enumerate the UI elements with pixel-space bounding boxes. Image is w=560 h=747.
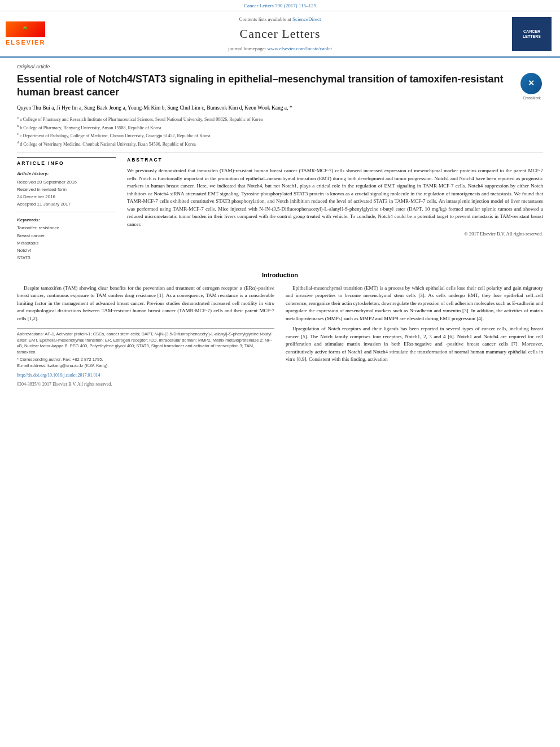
cancer-letters-logo: CANCER LETTERS bbox=[512, 17, 552, 51]
body-two-col: Despite tamoxifen (TAM) showing clear be… bbox=[17, 285, 543, 387]
info-divider bbox=[17, 212, 116, 212]
elsevier-wordmark: ELSEVIER bbox=[6, 38, 45, 47]
corresponding-footnote: * Corresponding author. Fax: +82 2 872 1… bbox=[17, 357, 274, 363]
abbreviations-footnote: Abbreviations: AP-1, Activator protein-1… bbox=[17, 331, 274, 355]
elsevier-logo-area: 🌳 ELSEVIER bbox=[6, 16, 51, 52]
accepted-date: Accepted 11 January 2017 bbox=[17, 201, 116, 207]
homepage-url[interactable]: www.elsevier.com/locate/canlet bbox=[268, 46, 332, 51]
body-left-text: Despite tamoxifen (TAM) showing clear be… bbox=[17, 285, 274, 323]
body-right-text: Epithelial-mesenchymal transition (EMT) … bbox=[286, 285, 543, 364]
crossmark-badge[interactable]: ✕ CrossMark bbox=[520, 73, 543, 95]
intro-para-1: Despite tamoxifen (TAM) showing clear be… bbox=[17, 285, 274, 323]
keyword-3: Metastasis bbox=[17, 240, 116, 246]
keywords-label: Keywords: bbox=[17, 217, 116, 223]
article-type-label: Original Article bbox=[17, 63, 543, 71]
keywords-section: Keywords: Tamoxifen resistance Breast ca… bbox=[17, 217, 116, 261]
article-title-row: Essential role of Notch4/STAT3 signaling… bbox=[17, 73, 543, 99]
affiliation-c: c c Department of Pathology, College of … bbox=[17, 131, 543, 139]
keyword-2: Breast cancer bbox=[17, 233, 116, 239]
affiliation-d: d d College of Veterinary Medicine, Chon… bbox=[17, 139, 543, 148]
abstract-heading: ABSTRACT bbox=[127, 157, 543, 164]
article-history-label: Article history: bbox=[17, 171, 116, 177]
journal-reference-bar: Cancer Letters 390 (2017) 115–125 bbox=[0, 0, 560, 11]
elsevier-logo: 🌳 ELSEVIER bbox=[6, 21, 45, 47]
journal-title-area: Contents lists available at ScienceDirec… bbox=[56, 16, 504, 52]
authors-text: Quyen Thu Bui a, Ji Hye Im a, Sung Baek … bbox=[17, 105, 292, 111]
received-date: Received 20 September 2016 bbox=[17, 179, 116, 185]
homepage-prefix: journal homepage: bbox=[228, 46, 266, 51]
body-section: Introduction Despite tamoxifen (TAM) sho… bbox=[17, 271, 543, 387]
article-info-col: ARTICLE INFO Article history: Received 2… bbox=[17, 157, 116, 262]
crossmark-circle: ✕ bbox=[520, 73, 542, 94]
keyword-5: STAT3 bbox=[17, 255, 116, 261]
keyword-1: Tamoxifen resistance bbox=[17, 225, 116, 231]
authors-line: Quyen Thu Bui a, Ji Hye Im a, Sung Baek … bbox=[17, 104, 543, 112]
revised-label: Received in revised form bbox=[17, 186, 116, 193]
body-left-col: Despite tamoxifen (TAM) showing clear be… bbox=[17, 285, 274, 387]
journal-title: Cancer Letters bbox=[240, 25, 321, 43]
copyright-line: © 2017 Elsevier B.V. All rights reserved… bbox=[127, 230, 543, 238]
email-footnote: E-mail address: kwkang@snu.ac.kr (K.W. K… bbox=[17, 363, 274, 369]
article-info-abstract-area: ARTICLE INFO Article history: Received 2… bbox=[17, 157, 543, 262]
elsevier-logo-box: 🌳 bbox=[6, 21, 45, 37]
intro-right-para-2: Upregulation of Notch receptors and thei… bbox=[286, 325, 543, 364]
doi-link[interactable]: http://dx.doi.org/10.1016/j.canlet.2017.… bbox=[17, 372, 274, 378]
abstract-paragraph: We previously demonstrated that tamoxife… bbox=[127, 167, 543, 228]
keyword-4: Notch4 bbox=[17, 247, 116, 254]
crossmark-icon: ✕ bbox=[528, 78, 535, 89]
sciencedirect-prefix: Contents lists available at bbox=[239, 16, 291, 22]
divider-line bbox=[17, 152, 543, 152]
affiliation-a: a a College of Pharmacy and Research Ins… bbox=[17, 115, 543, 123]
abstract-body: We previously demonstrated that tamoxife… bbox=[127, 167, 543, 238]
cancer-letters-logo-area: CANCER LETTERS bbox=[509, 16, 554, 52]
body-right-col: Epithelial-mesenchymal transition (EMT) … bbox=[286, 285, 543, 387]
issn-line: 0304-3835/© 2017 Elsevier B.V. All right… bbox=[17, 381, 274, 387]
journal-header: 🌳 ELSEVIER Contents lists available at S… bbox=[0, 11, 560, 58]
article-info-section: ARTICLE INFO Article history: Received 2… bbox=[17, 157, 116, 261]
sciencedirect-anchor[interactable]: ScienceDirect bbox=[292, 16, 321, 22]
journal-homepage: journal homepage: www.elsevier.com/locat… bbox=[228, 45, 332, 53]
revised-date: 24 December 2016 bbox=[17, 194, 116, 200]
journal-reference-text: Cancer Letters 390 (2017) 115–125 bbox=[244, 3, 316, 8]
elsevier-logo-tree: 🌳 bbox=[23, 27, 28, 32]
footnote-area: Abbreviations: AP-1, Activator protein-1… bbox=[17, 328, 274, 369]
article-content: Original Article Essential role of Notch… bbox=[0, 58, 560, 392]
intro-right-para-1: Epithelial-mesenchymal transition (EMT) … bbox=[286, 285, 543, 323]
affiliations-block: a a College of Pharmacy and Research Ins… bbox=[17, 115, 543, 148]
cancer-letters-logo-text: CANCER LETTERS bbox=[523, 29, 541, 39]
article-info-heading: ARTICLE INFO bbox=[17, 160, 116, 167]
abstract-col: ABSTRACT We previously demonstrated that… bbox=[127, 157, 543, 262]
affiliation-b: b b College of Pharmacy, Hanyang Univers… bbox=[17, 123, 543, 132]
article-title: Essential role of Notch4/STAT3 signaling… bbox=[17, 73, 520, 99]
sciencedirect-link[interactable]: Contents lists available at ScienceDirec… bbox=[239, 16, 321, 23]
introduction-heading: Introduction bbox=[17, 271, 543, 279]
